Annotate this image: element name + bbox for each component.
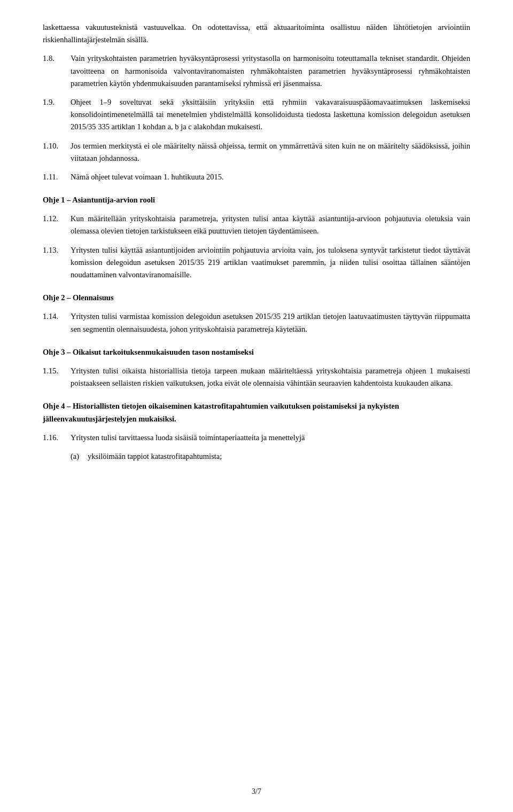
heading-ohje4-text: Ohje 4 – Historiallisten tietojen oikais…: [43, 402, 399, 423]
section-1-13-content: Yritysten tulisi käyttää asiantuntijoide…: [71, 244, 470, 282]
document-page: laskettaessa vakuutusteknistä vastuuvelk…: [0, 0, 513, 812]
section-1-15: 1.15. Yritysten tulisi oikaista historia…: [43, 365, 470, 389]
heading-ohje3-text: Ohje 3 – Oikaisut tarkoituksenmukaisuude…: [43, 348, 254, 356]
sub-item-a-content: yksilöimään tappiot katastrofitapahtumis…: [88, 450, 470, 463]
section-1-11-num: 1.11.: [43, 171, 71, 183]
section-1-12: 1.12. Kun määritellään yrityskohtaisia p…: [43, 213, 470, 237]
section-1-12-num: 1.12.: [43, 213, 71, 237]
section-1-9-num: 1.9.: [43, 96, 71, 134]
section-1-16-num: 1.16.: [43, 432, 71, 444]
heading-ohje3: Ohje 3 – Oikaisut tarkoituksenmukaisuude…: [43, 346, 470, 358]
section-1-16: 1.16. Yritysten tulisi tarvittaessa luod…: [43, 432, 470, 444]
heading-ohje2-text: Ohje 2 – Olennaisuus: [43, 293, 114, 302]
section-1-13: 1.13. Yritysten tulisi käyttää asiantunt…: [43, 244, 470, 282]
section-1-13-num: 1.13.: [43, 244, 71, 282]
section-1-9: 1.9. Ohjeet 1–9 soveltuvat sekä yksittäi…: [43, 96, 470, 134]
heading-ohje1: Ohje 1 – Asiantuntija-arvion rooli: [43, 194, 470, 206]
page-footer: 3/7: [0, 787, 513, 796]
heading-ohje4: Ohje 4 – Historiallisten tietojen oikais…: [43, 400, 470, 425]
sub-item-a-label: (a): [71, 450, 88, 463]
intro-text: laskettaessa vakuutusteknistä vastuuvelk…: [43, 23, 470, 44]
section-1-8-content: Vain yrityskohtaisten parametrien hyväks…: [71, 52, 470, 90]
section-1-9-content: Ohjeet 1–9 soveltuvat sekä yksittäisiin …: [71, 96, 470, 134]
section-1-12-content: Kun määritellään yrityskohtaisia paramet…: [71, 213, 470, 237]
section-1-15-num: 1.15.: [43, 365, 71, 389]
intro-paragraph: laskettaessa vakuutusteknistä vastuuvelk…: [43, 21, 470, 46]
section-1-10-content: Jos termien merkitystä ei ole määritelty…: [71, 140, 470, 165]
heading-ohje1-text: Ohje 1 – Asiantuntija-arvion rooli: [43, 196, 155, 204]
section-1-8: 1.8. Vain yrityskohtaisten parametrien h…: [43, 52, 470, 90]
heading-ohje2: Ohje 2 – Olennaisuus: [43, 292, 470, 304]
section-1-11-content: Nämä ohjeet tulevat voimaan 1. huhtikuut…: [71, 171, 470, 183]
section-1-16-content: Yritysten tulisi tarvittaessa luoda sisä…: [71, 432, 470, 444]
section-1-14: 1.14. Yritysten tulisi varmistaa komissi…: [43, 310, 470, 335]
page-number: 3/7: [252, 787, 261, 795]
section-1-10: 1.10. Jos termien merkitystä ei ole määr…: [43, 140, 470, 165]
section-1-15-content: Yritysten tulisi oikaista historiallisia…: [71, 365, 470, 389]
section-1-10-num: 1.10.: [43, 140, 71, 165]
section-1-8-num: 1.8.: [43, 52, 71, 90]
section-1-14-content: Yritysten tulisi varmistaa komission del…: [71, 310, 470, 335]
section-1-14-num: 1.14.: [43, 310, 71, 335]
section-1-11: 1.11. Nämä ohjeet tulevat voimaan 1. huh…: [43, 171, 470, 183]
sub-item-a: (a) yksilöimään tappiot katastrofitapaht…: [43, 450, 470, 463]
